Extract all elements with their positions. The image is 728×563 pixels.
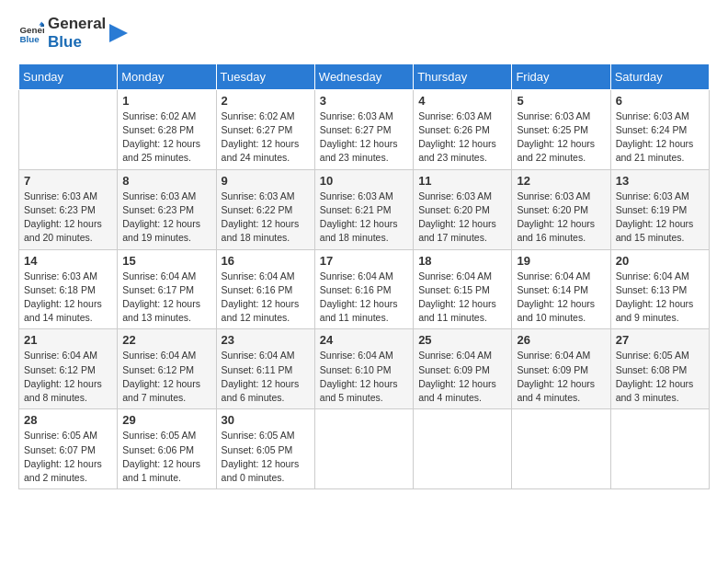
svg-text:Blue: Blue [19,34,40,44]
calendar-cell: 18Sunrise: 6:04 AM Sunset: 6:15 PM Dayli… [414,249,512,329]
svg-marker-4 [109,24,128,42]
day-number: 4 [418,94,506,108]
day-info: Sunrise: 6:04 AM Sunset: 6:13 PM Dayligh… [616,270,704,326]
day-info: Sunrise: 6:04 AM Sunset: 6:17 PM Dayligh… [122,270,210,326]
day-number: 20 [616,254,704,268]
day-number: 24 [320,333,408,347]
day-info: Sunrise: 6:04 AM Sunset: 6:09 PM Dayligh… [517,349,605,405]
calendar-cell: 6Sunrise: 6:03 AM Sunset: 6:24 PM Daylig… [610,89,709,169]
day-number: 8 [122,174,210,188]
day-info: Sunrise: 6:03 AM Sunset: 6:24 PM Dayligh… [616,109,704,166]
logo-blue: Blue [48,33,106,52]
day-info: Sunrise: 6:03 AM Sunset: 6:25 PM Dayligh… [517,109,605,166]
calendar-cell: 10Sunrise: 6:03 AM Sunset: 6:21 PM Dayli… [314,169,413,249]
day-number: 2 [222,94,310,108]
calendar-cell: 14Sunrise: 6:03 AM Sunset: 6:18 PM Dayli… [19,249,118,329]
weekday-header-cell: Tuesday [216,63,314,89]
day-number: 13 [616,174,704,188]
day-number: 10 [320,174,408,188]
day-number: 7 [24,174,112,188]
day-number: 9 [222,174,310,188]
calendar-week-row: 21Sunrise: 6:04 AM Sunset: 6:12 PM Dayli… [19,329,710,409]
day-info: Sunrise: 6:03 AM Sunset: 6:21 PM Dayligh… [320,190,408,246]
day-info: Sunrise: 6:03 AM Sunset: 6:23 PM Dayligh… [24,190,112,246]
logo: General Blue General Blue [18,15,128,52]
day-info: Sunrise: 6:03 AM Sunset: 6:22 PM Dayligh… [222,190,310,246]
day-number: 28 [24,413,112,427]
calendar-cell [19,89,118,169]
calendar-week-row: 28Sunrise: 6:05 AM Sunset: 6:07 PM Dayli… [19,409,710,489]
calendar-cell: 21Sunrise: 6:04 AM Sunset: 6:12 PM Dayli… [19,329,118,409]
day-number: 15 [122,254,210,268]
day-info: Sunrise: 6:03 AM Sunset: 6:19 PM Dayligh… [616,190,704,246]
day-info: Sunrise: 6:04 AM Sunset: 6:11 PM Dayligh… [222,349,310,405]
weekday-header-cell: Monday [118,63,216,89]
calendar-cell: 17Sunrise: 6:04 AM Sunset: 6:16 PM Dayli… [314,249,413,329]
calendar-week-row: 7Sunrise: 6:03 AM Sunset: 6:23 PM Daylig… [19,169,710,249]
day-number: 26 [517,333,605,347]
day-info: Sunrise: 6:04 AM Sunset: 6:14 PM Dayligh… [517,270,605,326]
day-number: 23 [222,333,310,347]
day-info: Sunrise: 6:05 AM Sunset: 6:06 PM Dayligh… [122,429,210,485]
calendar-cell: 2Sunrise: 6:02 AM Sunset: 6:27 PM Daylig… [216,89,314,169]
day-number: 29 [122,413,210,427]
calendar-cell: 15Sunrise: 6:04 AM Sunset: 6:17 PM Dayli… [118,249,216,329]
day-number: 3 [320,94,408,108]
calendar-cell: 25Sunrise: 6:04 AM Sunset: 6:09 PM Dayli… [414,329,512,409]
day-info: Sunrise: 6:04 AM Sunset: 6:16 PM Dayligh… [320,270,408,326]
calendar-body: 1Sunrise: 6:02 AM Sunset: 6:28 PM Daylig… [19,89,710,488]
day-number: 16 [222,254,310,268]
day-info: Sunrise: 6:05 AM Sunset: 6:08 PM Dayligh… [616,349,704,405]
day-number: 30 [222,413,310,427]
weekday-header-cell: Saturday [610,63,709,89]
calendar-cell: 24Sunrise: 6:04 AM Sunset: 6:10 PM Dayli… [314,329,413,409]
weekday-header-cell: Sunday [19,63,118,89]
day-number: 21 [24,333,112,347]
calendar-cell: 8Sunrise: 6:03 AM Sunset: 6:23 PM Daylig… [118,169,216,249]
calendar-cell: 23Sunrise: 6:04 AM Sunset: 6:11 PM Dayli… [216,329,314,409]
calendar-cell: 20Sunrise: 6:04 AM Sunset: 6:13 PM Dayli… [610,249,709,329]
day-number: 12 [517,174,605,188]
calendar-cell: 30Sunrise: 6:05 AM Sunset: 6:05 PM Dayli… [216,409,314,489]
calendar-cell: 5Sunrise: 6:03 AM Sunset: 6:25 PM Daylig… [512,89,610,169]
calendar-cell: 22Sunrise: 6:04 AM Sunset: 6:12 PM Dayli… [118,329,216,409]
calendar-cell: 12Sunrise: 6:03 AM Sunset: 6:20 PM Dayli… [512,169,610,249]
day-info: Sunrise: 6:04 AM Sunset: 6:10 PM Dayligh… [320,349,408,405]
day-number: 19 [517,254,605,268]
day-info: Sunrise: 6:03 AM Sunset: 6:20 PM Dayligh… [418,190,506,246]
calendar-cell: 29Sunrise: 6:05 AM Sunset: 6:06 PM Dayli… [118,409,216,489]
calendar-cell: 1Sunrise: 6:02 AM Sunset: 6:28 PM Daylig… [118,89,216,169]
day-number: 18 [418,254,506,268]
day-info: Sunrise: 6:03 AM Sunset: 6:23 PM Dayligh… [122,190,210,246]
day-info: Sunrise: 6:03 AM Sunset: 6:26 PM Dayligh… [418,109,506,166]
calendar-cell [314,409,413,489]
day-number: 27 [616,333,704,347]
calendar-cell: 4Sunrise: 6:03 AM Sunset: 6:26 PM Daylig… [414,89,512,169]
day-number: 6 [616,94,704,108]
weekday-header-cell: Friday [512,63,610,89]
calendar-cell: 3Sunrise: 6:03 AM Sunset: 6:27 PM Daylig… [314,89,413,169]
day-number: 1 [122,94,210,108]
calendar-cell: 28Sunrise: 6:05 AM Sunset: 6:07 PM Dayli… [19,409,118,489]
calendar-cell [610,409,709,489]
calendar-week-row: 1Sunrise: 6:02 AM Sunset: 6:28 PM Daylig… [19,89,710,169]
day-info: Sunrise: 6:03 AM Sunset: 6:18 PM Dayligh… [24,270,112,326]
weekday-header-cell: Wednesday [314,63,413,89]
logo-general: General [48,15,106,33]
day-info: Sunrise: 6:02 AM Sunset: 6:27 PM Dayligh… [222,109,310,166]
day-number: 25 [418,333,506,347]
day-info: Sunrise: 6:05 AM Sunset: 6:05 PM Dayligh… [222,429,310,485]
day-info: Sunrise: 6:04 AM Sunset: 6:12 PM Dayligh… [24,349,112,405]
calendar-cell: 13Sunrise: 6:03 AM Sunset: 6:19 PM Dayli… [610,169,709,249]
calendar-table: SundayMondayTuesdayWednesdayThursdayFrid… [18,63,710,489]
day-info: Sunrise: 6:04 AM Sunset: 6:12 PM Dayligh… [122,349,210,405]
calendar-cell: 19Sunrise: 6:04 AM Sunset: 6:14 PM Dayli… [512,249,610,329]
calendar-week-row: 14Sunrise: 6:03 AM Sunset: 6:18 PM Dayli… [19,249,710,329]
calendar-cell: 27Sunrise: 6:05 AM Sunset: 6:08 PM Dayli… [610,329,709,409]
day-number: 5 [517,94,605,108]
day-info: Sunrise: 6:02 AM Sunset: 6:28 PM Dayligh… [122,109,210,166]
weekday-header-row: SundayMondayTuesdayWednesdayThursdayFrid… [19,63,710,89]
logo-icon: General Blue [18,20,44,46]
day-info: Sunrise: 6:04 AM Sunset: 6:15 PM Dayligh… [418,270,506,326]
page-header: General Blue General Blue [18,15,710,52]
